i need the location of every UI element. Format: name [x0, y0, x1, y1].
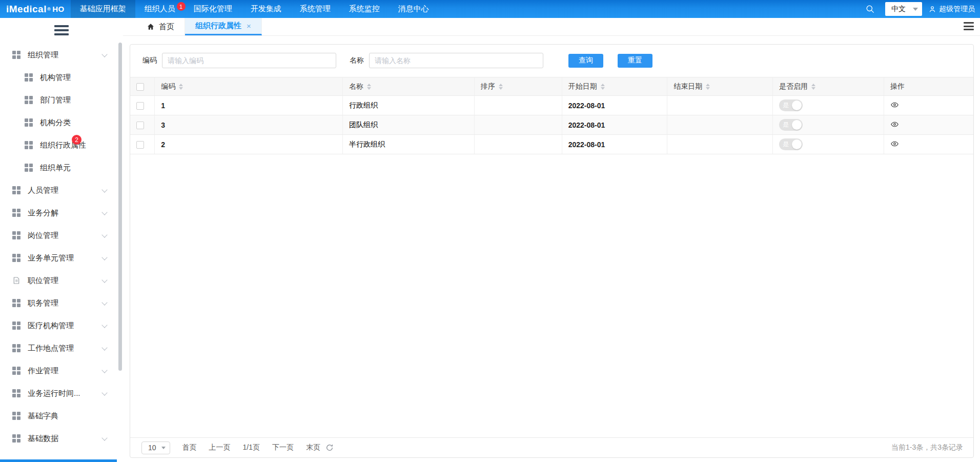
select-all-checkbox[interactable] — [136, 83, 144, 91]
search-icon[interactable] — [858, 0, 882, 18]
notification-badge: 2 — [72, 135, 81, 145]
view-button[interactable] — [890, 120, 899, 129]
navbar-spacer — [438, 0, 858, 18]
column-header-enabled[interactable]: 是否启用 — [772, 77, 884, 96]
column-header-sort[interactable]: 排序 — [474, 77, 562, 96]
sidebar-item-base-dictionary[interactable]: 基础字典 — [0, 405, 123, 427]
grid-icon — [12, 344, 21, 352]
row-checkbox[interactable] — [136, 122, 144, 129]
sidebar-item-personnel-mgmt[interactable]: 人员管理 — [0, 179, 123, 202]
last-page-link[interactable]: 末页 — [306, 443, 320, 452]
column-header-start-date[interactable]: 开始日期 — [562, 77, 667, 96]
refresh-icon[interactable] — [325, 444, 334, 452]
sidebar-item-label: 组织管理 — [28, 50, 58, 60]
sidebar-item-workplace-mgmt[interactable]: 工作地点管理 — [0, 337, 123, 359]
sidebar-item-department-mgmt[interactable]: 部门管理 — [0, 89, 123, 111]
column-label: 操作 — [890, 82, 905, 91]
sidebar-item-institution-mgmt[interactable]: 机构管理 — [0, 66, 123, 89]
logo-text: iMedical — [6, 4, 47, 15]
column-label: 名称 — [349, 82, 363, 91]
sidebar-item-label: 机构管理 — [40, 73, 71, 83]
enabled-toggle[interactable]: 是 — [779, 99, 803, 111]
nav-item-dev-integration[interactable]: 开发集成 — [241, 0, 291, 18]
sidebar-collapse-icon[interactable] — [54, 25, 69, 35]
sidebar-item-org-admin-attribute[interactable]: 组织行政属性 2 — [0, 134, 123, 156]
view-button[interactable] — [890, 139, 899, 148]
cell-code: 1 — [155, 96, 343, 115]
sidebar-item-org-unit[interactable]: 组织单元 — [0, 156, 123, 179]
tab-list-menu-icon[interactable] — [964, 22, 974, 32]
content-area: 编码 名称 查询 重置 — [123, 36, 980, 462]
select-all-cell — [130, 77, 155, 96]
nav-item-label: 消息中心 — [398, 4, 429, 14]
sidebar-item-business-breakdown[interactable]: 业务分解 — [0, 202, 123, 224]
cell-name: 行政组织 — [343, 96, 475, 115]
first-page-link[interactable]: 首页 — [182, 443, 197, 452]
enabled-toggle[interactable]: 是 — [779, 119, 803, 131]
page-size-select[interactable]: 10 — [141, 441, 170, 454]
chevron-down-icon — [913, 8, 918, 11]
sidebar-item-post-mgmt[interactable]: 岗位管理 — [0, 224, 123, 247]
code-label: 编码 — [142, 56, 157, 65]
grid-icon — [12, 254, 21, 262]
column-header-end-date[interactable]: 结束日期 — [667, 77, 773, 96]
toggle-knob — [792, 101, 802, 110]
chevron-down-icon — [101, 435, 107, 440]
search-form: 编码 名称 查询 重置 — [130, 45, 973, 77]
column-label: 结束日期 — [673, 82, 702, 91]
grid-icon — [12, 299, 21, 307]
language-selector[interactable]: 中文 — [885, 2, 922, 16]
nav-item-label: 基础应用框架 — [80, 4, 126, 14]
nav-item-framework[interactable]: 基础应用框架 — [71, 0, 135, 18]
view-button[interactable] — [890, 101, 899, 109]
table-header-row: 编码 名称 排序 开始 — [130, 77, 973, 96]
toggle-label: 是 — [783, 140, 789, 149]
row-checkbox[interactable] — [136, 102, 144, 110]
nav-item-system-mgmt[interactable]: 系统管理 — [291, 0, 340, 18]
sidebar-item-position-mgmt[interactable]: 职位管理 — [0, 269, 123, 292]
nav-item-label: 系统管理 — [300, 4, 331, 14]
sidebar-item-medical-institution-mgmt[interactable]: 医疗机构管理 — [0, 314, 123, 337]
nav-item-i18n[interactable]: 国际化管理 — [185, 0, 241, 18]
table-row: 1 行政组织 2022-08-01 是 — [130, 96, 973, 115]
nav-item-system-monitor[interactable]: 系统监控 — [340, 0, 389, 18]
code-input[interactable] — [162, 53, 336, 68]
language-value: 中文 — [891, 5, 906, 14]
reset-button[interactable]: 重置 — [618, 54, 652, 68]
sidebar-horizontal-scrollbar[interactable] — [0, 459, 117, 462]
sidebar-item-job-mgmt[interactable]: 作业管理 — [0, 359, 123, 382]
column-header-code[interactable]: 编码 — [155, 77, 343, 96]
nav-item-org-personnel[interactable]: 组织人员 1 — [135, 0, 185, 18]
sidebar-item-business-unit-mgmt[interactable]: 业务单元管理 — [0, 247, 123, 269]
enabled-toggle[interactable]: 是 — [779, 138, 803, 150]
sidebar-item-institution-category[interactable]: 机构分类 — [0, 111, 123, 134]
sidebar-item-label: 人员管理 — [28, 186, 58, 195]
cell-sort — [474, 115, 562, 135]
grid-icon — [12, 322, 21, 330]
chevron-down-icon — [101, 299, 107, 305]
row-checkbox[interactable] — [136, 141, 144, 149]
column-header-name[interactable]: 名称 — [343, 77, 475, 96]
user-menu[interactable]: 超级管理员 — [925, 0, 980, 18]
sidebar-item-base-data[interactable]: 基础数据 — [0, 427, 123, 450]
chevron-down-icon — [101, 322, 107, 328]
sidebar-item-org-management[interactable]: 组织管理 — [0, 44, 123, 66]
cell-code: 2 — [155, 135, 343, 154]
tab-home[interactable]: 首页 — [136, 18, 185, 35]
next-page-link[interactable]: 下一页 — [272, 443, 294, 452]
sidebar-scrollbar[interactable] — [118, 43, 122, 371]
prev-page-link[interactable]: 上一页 — [209, 443, 231, 452]
name-input[interactable] — [369, 53, 543, 68]
sidebar-item-business-runtime[interactable]: 业务运行时间... — [0, 382, 123, 405]
grid-icon — [25, 96, 33, 104]
close-icon[interactable]: × — [247, 22, 251, 30]
query-button[interactable]: 查询 — [568, 54, 603, 68]
tab-org-admin-attribute[interactable]: 组织行政属性 × — [185, 18, 262, 35]
user-icon — [928, 5, 936, 13]
registered-mark: ® — [47, 7, 51, 12]
tab-label: 首页 — [159, 22, 174, 32]
sort-icon — [706, 84, 710, 90]
nav-item-message-center[interactable]: 消息中心 — [389, 0, 438, 18]
cell-start-date: 2022-08-01 — [562, 135, 667, 154]
sidebar-item-duty-mgmt[interactable]: 职务管理 — [0, 292, 123, 314]
